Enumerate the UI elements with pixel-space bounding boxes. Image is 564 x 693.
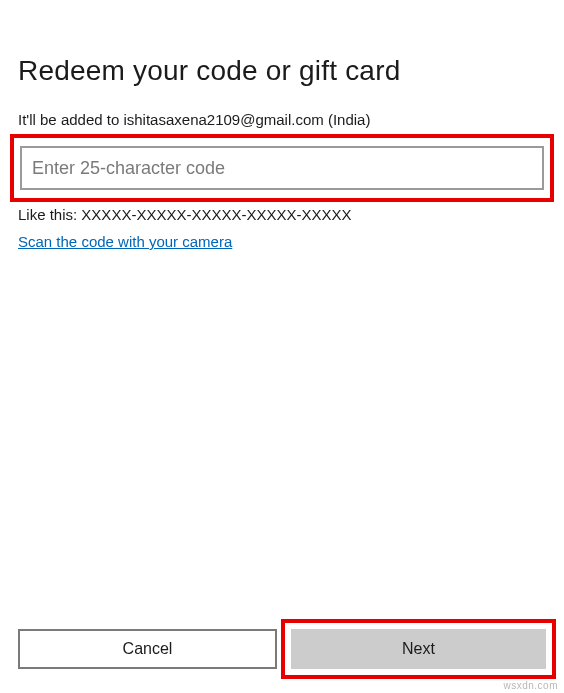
page-title: Redeem your code or gift card: [18, 55, 546, 87]
next-highlight: Next: [281, 619, 556, 679]
scan-code-link[interactable]: Scan the code with your camera: [18, 233, 232, 250]
input-highlight: [10, 134, 554, 202]
code-input[interactable]: [20, 146, 544, 190]
cancel-button[interactable]: Cancel: [18, 629, 277, 669]
watermark-text: wsxdn.com: [503, 680, 558, 691]
button-row: Cancel Next: [18, 629, 546, 669]
next-button[interactable]: Next: [291, 629, 546, 669]
account-info-text: It'll be added to ishitasaxena2109@gmail…: [18, 111, 546, 128]
code-example-text: Like this: XXXXX-XXXXX-XXXXX-XXXXX-XXXXX: [18, 206, 546, 223]
